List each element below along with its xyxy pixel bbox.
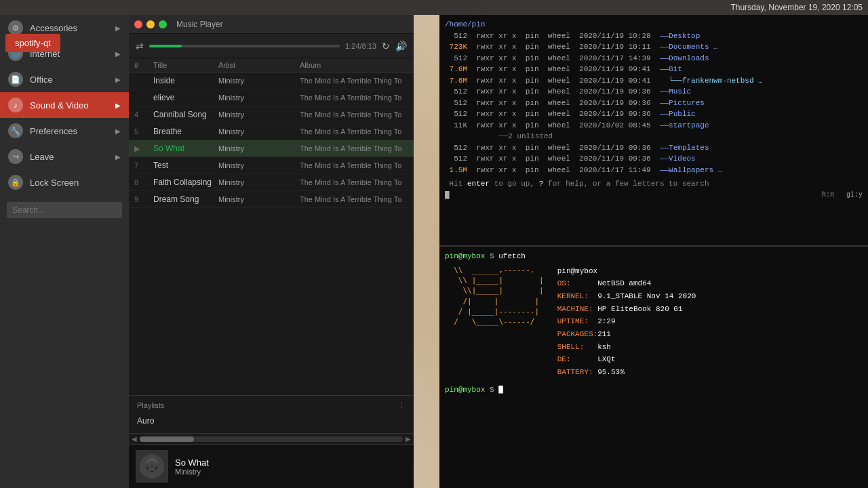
sidebar-search-container <box>0 198 129 222</box>
track-scrollbar[interactable]: ◀ ▶ <box>129 433 414 444</box>
preferences-icon: 🔧 <box>8 123 23 138</box>
arrow-icon: ▶ <box>115 153 121 161</box>
scrollbar-track <box>140 436 403 442</box>
leave-icon: ↪ <box>8 149 23 164</box>
sidebar-item-lock-screen[interactable]: 🔒 Lock Screen <box>0 169 129 195</box>
arrow-icon: ▶ <box>115 102 121 109</box>
volume-button[interactable]: 🔊 <box>395 41 407 52</box>
accessories-icon: ⚙ <box>8 20 23 35</box>
player-controls: ⇄ 1:24/8:13 ↻ 🔊 <box>129 34 414 58</box>
playlists-menu-icon: ⋮ <box>398 401 406 410</box>
sound-video-icon: ♪ <box>8 98 23 113</box>
playlist-item-auro[interactable]: Auro <box>137 414 406 428</box>
minimize-button[interactable] <box>146 20 155 28</box>
taskbar: Thursday, November 19, 2020 12:05 <box>0 0 868 15</box>
track-row[interactable]: 7 Test Ministry The Mind Is A Terrible T… <box>129 157 414 174</box>
sidebar-item-preferences[interactable]: 🔧 Preferences ▶ <box>0 118 129 144</box>
scrollbar-thumb <box>140 436 194 442</box>
scroll-left-arrow[interactable]: ◀ <box>132 435 137 443</box>
track-list-header: # Title Artist Album <box>129 58 414 73</box>
svg-point-4 <box>146 458 157 469</box>
search-input[interactable] <box>7 202 122 218</box>
maximize-button[interactable] <box>159 20 167 28</box>
music-titlebar: Music Player <box>129 15 414 34</box>
terminal-bottom: pin@mybox $ ufetch \\ ______,------. \\ … <box>439 247 868 488</box>
track-row[interactable]: ▶ So What Ministry The Mind Is A Terribl… <box>129 140 414 157</box>
track-row[interactable]: Inside Ministry The Mind Is A Terrible T… <box>129 73 414 89</box>
sidebar-item-office[interactable]: 📄 Office ▶ <box>0 66 129 92</box>
track-row[interactable]: elieve Ministry The Mind Is A Terrible T… <box>129 89 414 106</box>
scroll-right-arrow[interactable]: ▶ <box>406 435 411 443</box>
ufetch-info: pin@mybox OS: NetBSD amd64 KERNEL: 9.1_S… <box>557 265 696 379</box>
sidebar: ⚙ Accessories ▶ 🌐 Internet ▶ 📄 Office ▶ … <box>0 15 129 488</box>
sidebar-item-sound-video[interactable]: ♪ Sound & Video ▶ <box>0 92 129 118</box>
now-playing-artist: Ministry <box>175 468 407 476</box>
arrow-icon: ▶ <box>115 50 121 58</box>
terminal-hint: Hit enter to go up, ? for help, or a few… <box>445 180 709 188</box>
terminal-separator <box>439 245 868 247</box>
lock-icon: 🔒 <box>8 175 23 190</box>
track-row[interactable]: 8 Faith Collapsing Ministry The Mind Is … <box>129 174 414 191</box>
time-display: 1:24/8:13 <box>345 42 376 50</box>
playlists-section: Playlists ⋮ Auro <box>129 395 414 433</box>
window-title: Music Player <box>176 20 223 29</box>
office-icon: 📄 <box>8 72 23 87</box>
ufetch-ascii-art: \\ ______,------. \\ |_____| | \\|_____|… <box>445 265 544 379</box>
arrow-icon: ▶ <box>115 76 121 83</box>
music-player-window: Music Player ⇄ 1:24/8:13 ↻ 🔊 # Title Art… <box>129 15 414 488</box>
now-playing-info: So What Ministry <box>175 458 407 476</box>
arrow-icon: ▶ <box>115 127 121 135</box>
terminal-bottom-content: pin@mybox $ ufetch \\ ______,------. \\ … <box>439 247 868 488</box>
track-row[interactable]: 5 Breathe Ministry The Mind Is A Terribl… <box>129 123 414 140</box>
spotify-qt-dropdown[interactable]: spotify-qt <box>5 34 60 52</box>
arrow-icon: ▶ <box>115 24 121 32</box>
now-playing-bar: So What Ministry <box>129 444 414 488</box>
track-row[interactable]: 9 Dream Song Ministry The Mind Is A Terr… <box>129 191 414 208</box>
progress-fill <box>149 45 182 47</box>
album-art <box>136 450 168 483</box>
terminal-top: /home/pin 512 rwxr xr x pin wheel 2020/1… <box>439 15 868 245</box>
svg-rect-5 <box>149 468 155 471</box>
track-row[interactable]: 4 Cannibal Song Ministry The Mind Is A T… <box>129 106 414 123</box>
close-button[interactable] <box>134 20 142 28</box>
terminal-nav: h:n gi:y <box>822 190 863 201</box>
terminal-top-content: /home/pin 512 rwxr xr x pin wheel 2020/1… <box>439 15 868 245</box>
track-list: Inside Ministry The Mind Is A Terrible T… <box>129 73 414 395</box>
taskbar-time: Thursday, November 19, 2020 12:05 <box>730 3 863 12</box>
sidebar-item-leave[interactable]: ↪ Leave ▶ <box>0 144 129 169</box>
terminal-cursor: █ <box>445 190 450 201</box>
shuffle-button[interactable]: ⇄ <box>136 41 144 52</box>
playlists-title: Playlists ⋮ <box>137 401 406 410</box>
repeat-button[interactable]: ↻ <box>382 41 390 52</box>
terminal-path: /home/pin <box>445 20 485 28</box>
progress-bar[interactable] <box>149 45 340 47</box>
ufetch-prompt: pin@mybox <box>445 252 485 260</box>
now-playing-title: So What <box>175 458 407 468</box>
